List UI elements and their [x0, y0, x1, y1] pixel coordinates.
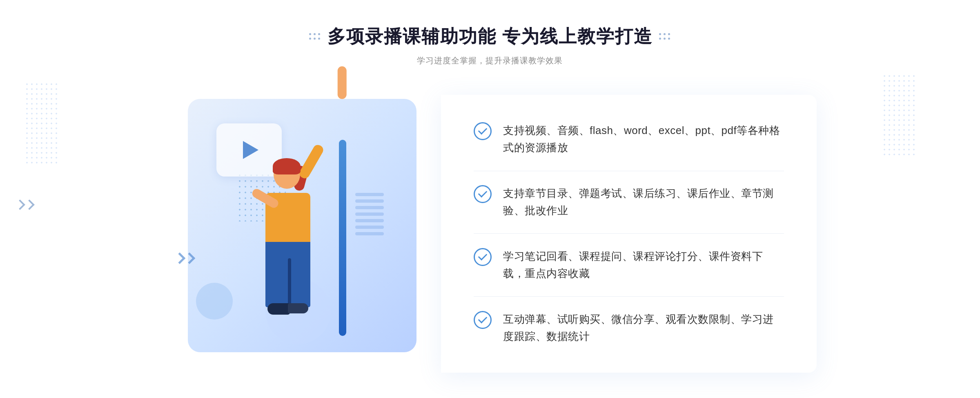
deco-dot — [314, 33, 316, 35]
feature-divider-3 — [474, 296, 784, 297]
feature-text-2: 支持章节目录、弹题考试、课后练习、课后作业、章节测验、批改作业 — [503, 185, 784, 219]
check-circle-icon-2 — [474, 185, 492, 203]
illustration-circle-small — [196, 283, 233, 320]
features-panel: 支持视频、音频、flash、word、excel、ppt、pdf等各种格式的资源… — [441, 95, 817, 373]
main-title: 多项录播课辅助功能 专为线上教学打造 — [309, 25, 671, 49]
illustration-stripes — [355, 193, 384, 242]
page-chevron-left — [16, 201, 33, 208]
dots-decoration-left — [24, 82, 57, 163]
page-container: 多项录播课辅助功能 专为线上教学打造 学习进度全掌握，提升录播课教学效果 — [0, 0, 980, 398]
char-hair — [273, 158, 301, 174]
check-mark — [478, 188, 488, 198]
feature-text-1: 支持视频、音频、flash、word、excel、ppt、pdf等各种格式的资源… — [503, 122, 784, 156]
check-mark — [478, 251, 488, 261]
stripe-line — [355, 193, 384, 196]
feature-item-4: 互动弹幕、试听购买、微信分享、观看次数限制、学习进度跟踪、数据统计 — [474, 311, 784, 345]
char-arm-left-lower — [338, 66, 347, 99]
header-section: 多项录播课辅助功能 专为线上教学打造 学习进度全掌握，提升录播课教学效果 — [309, 25, 671, 66]
illustration-chevrons — [176, 254, 194, 262]
check-circle-icon-4 — [474, 311, 492, 329]
stripe-line — [355, 232, 384, 235]
deco-dot — [309, 38, 311, 40]
check-circle-icon-1 — [474, 122, 492, 140]
feature-item-1: 支持视频、音频、flash、word、excel、ppt、pdf等各种格式的资源… — [474, 122, 784, 156]
stripe-line — [355, 206, 384, 209]
content-section: 支持视频、音频、flash、word、excel、ppt、pdf等各种格式的资源… — [163, 91, 817, 377]
feature-text-3: 学习笔记回看、课程提问、课程评论打分、课件资料下载，重点内容收藏 — [503, 248, 784, 282]
deco-dot — [668, 33, 670, 35]
title-deco-left — [309, 33, 321, 40]
deco-dot — [668, 38, 670, 40]
check-circle-icon-3 — [474, 248, 492, 266]
stripe-line — [355, 199, 384, 203]
title-deco-right — [659, 33, 671, 40]
feature-divider-2 — [474, 233, 784, 234]
deco-dot — [318, 38, 320, 40]
stripe-line — [355, 212, 384, 216]
deco-dot — [318, 33, 320, 35]
feature-divider-1 — [474, 171, 784, 171]
check-mark — [478, 314, 488, 324]
feature-item-3: 学习笔记回看、课程提问、课程评论打分、课件资料下载，重点内容收藏 — [474, 248, 784, 282]
char-shoe-left — [267, 303, 290, 315]
feature-item-2: 支持章节目录、弹题考试、课后练习、课后作业、章节测验、批改作业 — [474, 185, 784, 219]
play-triangle-icon — [243, 141, 258, 159]
stripe-line — [355, 226, 384, 229]
illustration-bar — [339, 140, 346, 336]
character-illustration — [245, 160, 335, 364]
dots-decoration-right — [882, 74, 915, 155]
chevron-icon-2 — [24, 199, 34, 210]
chevron-pair — [176, 254, 194, 262]
title-text: 多项录播课辅助功能 专为线上教学打造 — [327, 25, 653, 49]
deco-dot — [314, 38, 316, 40]
deco-dot — [659, 38, 661, 40]
subtitle-text: 学习进度全掌握，提升录播课教学效果 — [309, 55, 671, 66]
deco-dot — [659, 33, 661, 35]
check-mark — [478, 125, 488, 135]
illustration-container — [163, 91, 441, 377]
char-pants-split — [288, 258, 291, 307]
stripe-line — [355, 219, 384, 222]
chevron-icon — [184, 253, 195, 264]
deco-dot — [309, 33, 311, 35]
char-shoe-right — [288, 303, 308, 313]
deco-dot — [664, 38, 666, 40]
deco-dot — [664, 33, 666, 35]
feature-text-4: 互动弹幕、试听购买、微信分享、观看次数限制、学习进度跟踪、数据统计 — [503, 311, 784, 345]
chevron-icon-1 — [15, 199, 25, 210]
